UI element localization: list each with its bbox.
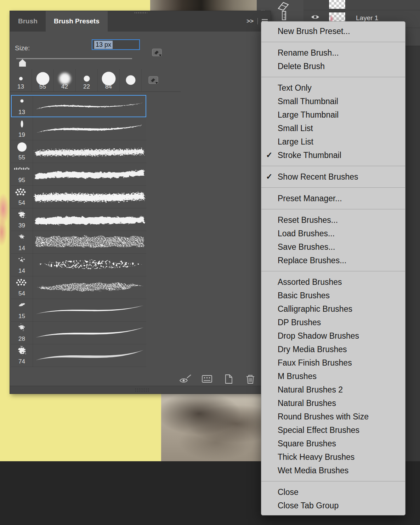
- brush-size-label: 42: [54, 83, 75, 90]
- menu-item-thick-heavy-brushes[interactable]: Thick Heavy Brushes: [261, 450, 405, 464]
- size-slider-thumb[interactable]: [19, 59, 26, 67]
- menu-item-rename-brush[interactable]: Rename Brush...: [261, 46, 405, 60]
- ruler-tool-icon[interactable]: [281, 11, 288, 21]
- brush-stroke-preview: [33, 95, 146, 117]
- panel-resize-strip[interactable]: [10, 386, 271, 394]
- tab-brush[interactable]: Brush: [10, 11, 46, 32]
- menu-item-label: Show Recent Brushes: [278, 172, 358, 182]
- menu-item-label: Reset Brushes...: [278, 215, 338, 225]
- menu-item-natural-brushes-2[interactable]: Natural Brushes 2: [261, 383, 405, 396]
- brush-tip-thumbnail: 55: [11, 140, 33, 163]
- menu-item-label: Special Effect Brushes: [278, 425, 359, 435]
- brush-preset-row[interactable]: 28: [11, 322, 146, 344]
- layer-thumbnail[interactable]: [329, 0, 346, 9]
- brush-stroke-preview: [33, 208, 146, 231]
- divider: [303, 10, 420, 10]
- photo-fragment-top: [150, 0, 257, 11]
- menu-item-stroke-thumbnail[interactable]: ✓ Stroke Thumbnail: [261, 148, 405, 162]
- brush-preset-row[interactable]: 14: [11, 231, 146, 254]
- brush-tip-thumbnail: 19: [11, 118, 33, 140]
- menu-item-round-brushes-with-size[interactable]: Round Brushes with Size: [261, 410, 405, 423]
- brush-size-label: 84: [98, 83, 119, 90]
- brush-stroke-preview: [33, 344, 146, 367]
- menu-item-replace-brushes[interactable]: Replace Brushes...: [261, 254, 405, 267]
- recent-brush[interactable]: 84: [98, 69, 120, 91]
- menu-item-label: Natural Brushes: [278, 399, 336, 408]
- brush-tip-thumbnail: 14: [11, 254, 33, 276]
- brush-preset-row[interactable]: 74: [11, 344, 146, 367]
- menu-item-new-brush-preset[interactable]: New Brush Preset...: [261, 24, 405, 38]
- brush-preset-row[interactable]: 19: [11, 118, 146, 140]
- menu-item-label: Square Brushes: [278, 439, 336, 448]
- menu-item-wet-media-brushes[interactable]: Wet Media Brushes: [261, 464, 405, 477]
- menu-item-large-thumbnail[interactable]: Large Thumbnail: [261, 108, 405, 122]
- brush-size-label: 55: [11, 154, 33, 161]
- brush-preset-row[interactable]: 95: [11, 163, 146, 186]
- recent-brush[interactable]: 13: [10, 69, 32, 91]
- brush-preset-row[interactable]: 39: [11, 208, 146, 231]
- menu-item-special-effect-brushes[interactable]: Special Effect Brushes: [261, 423, 405, 437]
- menu-item-show-recent-brushes[interactable]: ✓ Show Recent Brushes: [261, 170, 405, 184]
- menu-item-label: Round Brushes with Size: [278, 412, 369, 422]
- menu-item-close-tab-group[interactable]: Close Tab Group: [261, 499, 405, 512]
- layer-visibility-eye-icon[interactable]: [311, 13, 320, 21]
- layer-name[interactable]: Layer 1: [356, 14, 378, 22]
- brush-preset-row[interactable]: 55: [11, 140, 146, 163]
- collapse-panel-icon[interactable]: >>: [246, 18, 254, 25]
- brush-size-label: 74: [11, 358, 33, 365]
- brush-stroke-preview: [33, 118, 146, 140]
- menu-item-preset-manager[interactable]: Preset Manager...: [261, 192, 405, 205]
- menu-item-load-brushes[interactable]: Load Brushes...: [261, 227, 405, 240]
- menu-item-text-only[interactable]: Text Only: [261, 81, 405, 95]
- brush-tip-thumbnail: 95: [11, 163, 33, 185]
- brush-size-label: 28: [11, 335, 33, 343]
- recent-brush[interactable]: 22: [76, 69, 98, 91]
- menu-item-label: Save Brushes...: [278, 242, 335, 252]
- menu-item-label: Text Only: [278, 83, 312, 93]
- panel-drag-grip[interactable]: [135, 12, 147, 13]
- panel-resize-grip[interactable]: [135, 388, 149, 392]
- menu-item-small-list[interactable]: Small List: [261, 122, 405, 135]
- menu-item-dry-media-brushes[interactable]: Dry Media Brushes: [261, 343, 405, 356]
- menu-item-large-list[interactable]: Large List: [261, 135, 405, 148]
- menu-item-label: New Brush Preset...: [278, 27, 350, 36]
- menu-item-assorted-brushes[interactable]: Assorted Brushes: [261, 275, 405, 289]
- menu-item-small-thumbnail[interactable]: Small Thumbnail: [261, 95, 405, 108]
- menu-item-dp-brushes[interactable]: DP Brushes: [261, 316, 405, 329]
- brush-preset-row[interactable]: 15: [11, 299, 146, 322]
- menu-item-drop-shadow-brushes[interactable]: Drop Shadow Brushes: [261, 329, 405, 343]
- delete-brush-trash-icon[interactable]: [245, 374, 256, 384]
- menu-item-calligraphic-brushes[interactable]: Calligraphic Brushes: [261, 302, 405, 316]
- size-input[interactable]: 13 px: [92, 39, 140, 50]
- menu-item-natural-brushes[interactable]: Natural Brushes: [261, 396, 405, 410]
- brush-preset-row[interactable]: 14: [11, 254, 146, 276]
- menu-item-faux-finish-brushes[interactable]: Faux Finish Brushes: [261, 356, 405, 369]
- size-value-selected-text: 13 px: [94, 41, 113, 49]
- eraser-tool-icon[interactable]: [277, 1, 290, 11]
- brush-preset-row[interactable]: 54: [11, 186, 146, 208]
- open-preset-manager-icon[interactable]: [201, 374, 213, 384]
- menu-item-label: Preset Manager...: [278, 194, 342, 203]
- menu-item-reset-brushes[interactable]: Reset Brushes...: [261, 213, 405, 227]
- menu-item-m-brushes[interactable]: M Brushes: [261, 369, 405, 383]
- menu-item-close[interactable]: Close: [261, 485, 405, 499]
- menu-item-save-brushes[interactable]: Save Brushes...: [261, 240, 405, 254]
- recent-brush[interactable]: 55: [32, 69, 54, 91]
- recent-brush[interactable]: [120, 69, 142, 91]
- menu-item-basic-brushes[interactable]: Basic Brushes: [261, 289, 405, 302]
- recent-brush[interactable]: 42: [54, 69, 76, 91]
- brush-stamp-icon[interactable]: [151, 46, 164, 60]
- menu-item-label: Close Tab Group: [278, 501, 339, 510]
- brush-preset-row[interactable]: 13: [11, 95, 146, 118]
- menu-item-label: Natural Brushes 2: [278, 385, 343, 395]
- size-slider-track[interactable]: [16, 58, 132, 59]
- brush-preset-row[interactable]: 54: [11, 276, 146, 299]
- tab-brush-presets[interactable]: Brush Presets: [46, 11, 108, 32]
- menu-item-delete-brush[interactable]: Delete Brush: [261, 60, 405, 73]
- create-new-brush-icon[interactable]: [223, 374, 234, 384]
- menu-item-square-brushes[interactable]: Square Brushes: [261, 437, 405, 450]
- brush-tip-icon: [84, 76, 90, 82]
- toggle-bristle-preview-icon[interactable]: [179, 374, 192, 384]
- brush-stamp-icon[interactable]: [142, 69, 166, 91]
- paint-mark: [0, 218, 7, 246]
